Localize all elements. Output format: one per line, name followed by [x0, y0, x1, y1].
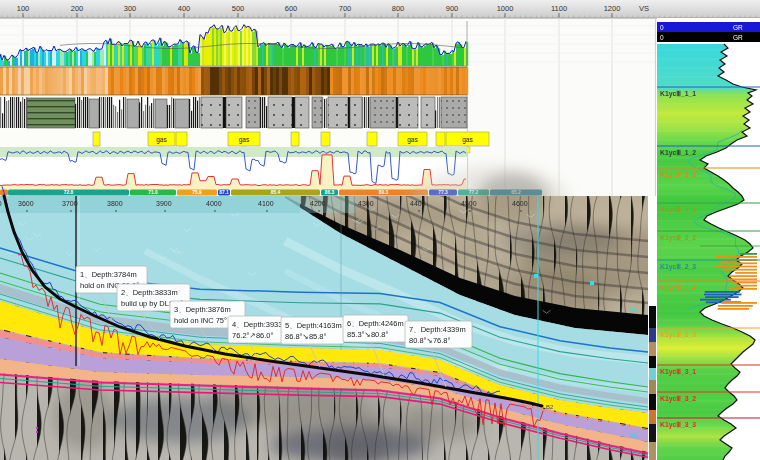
inclination-value: 71.0	[148, 190, 158, 195]
inclination-value: 86.3	[325, 190, 335, 195]
depth-label: 4200	[310, 200, 326, 207]
ruler-label: 100	[17, 4, 30, 13]
gas-label: gas	[156, 136, 167, 144]
horizon-label: K1ycⅢ_3_2	[660, 395, 696, 403]
annotation-line1: 5、Depth:4163m	[285, 321, 342, 330]
gr-depth-panel: 0 GR 0 GR K1ycⅢ_1_1K1ycⅢ_1_2K1ycⅢ_1_3K1y…	[657, 18, 760, 460]
horizon-label: K1ycⅢ_2_4	[660, 284, 696, 292]
ruler-label: 1200	[604, 4, 621, 13]
depth-label: 3800	[107, 200, 123, 207]
ruler-label: 600	[285, 4, 298, 13]
inclination-value: 80.3	[379, 190, 389, 195]
edge-strip	[648, 196, 657, 460]
well-end-label: B2	[546, 404, 554, 410]
annotation-line1: 4、Depth:3933m	[232, 320, 289, 329]
panel-header-blue-title: GR	[733, 24, 743, 31]
annotation-line1: 7、Depth:4339m	[409, 325, 466, 334]
vs-ruler: 100200300400500600700800900100011001200V…	[0, 0, 760, 18]
gas-box	[436, 132, 445, 146]
inclination-value: 75.9	[192, 190, 202, 195]
horizon-label: K1ycⅢ_3_1	[660, 368, 696, 376]
depth-label: 4500	[461, 200, 477, 207]
ruler-label: 200	[71, 4, 84, 13]
inclination-value: 85.4	[271, 190, 281, 195]
gas-box	[321, 132, 330, 146]
annotation-line2: hold on INC 75°	[174, 316, 227, 325]
horizon-label: K1ycⅢ_1_1	[660, 90, 696, 98]
ruler-unit-label: VS	[639, 4, 649, 13]
horizon-edge-label: K1y	[630, 307, 639, 313]
panel-header-black	[657, 32, 760, 42]
depth-label: 4100	[258, 200, 274, 207]
well-correlation-app: 100200300400500600700800900100011001200V…	[0, 0, 760, 460]
panel-header-blue	[657, 22, 760, 32]
ruler-label: 700	[339, 4, 352, 13]
horizon-label: K1ycⅢ_1_2	[660, 149, 696, 157]
horizon-label: K1ycⅢ_2_1	[660, 206, 696, 214]
depth-label: 4300	[358, 200, 374, 207]
annotation-line1: 1、Depth:3784m	[80, 270, 137, 279]
horizon-label: K1ycⅢ_3_3	[660, 421, 696, 429]
gas-box	[367, 132, 377, 146]
horizon-label: K1ycⅢ_1_3	[660, 171, 696, 179]
depth-label: 3700	[62, 200, 78, 207]
horizon-label: K1ycⅢ_2_5	[660, 331, 696, 339]
ruler-label: 500	[232, 4, 245, 13]
depth-label: 3900	[156, 200, 172, 207]
depth-label: 3500	[0, 200, 2, 207]
annotation-line1: 6、Depth:4246m	[347, 319, 404, 328]
lithology-track	[0, 96, 467, 130]
inclination-value: 87.1	[219, 190, 229, 195]
depth-label: 4400	[410, 200, 426, 207]
annotation-line1: 2、Depth:3833m	[121, 288, 178, 297]
ruler-label: 1100	[551, 4, 567, 13]
annotation-line2: 80.8°↘76.8°	[409, 336, 450, 345]
depth-label: 4000	[206, 200, 222, 207]
depth-label: 3600	[18, 200, 34, 207]
ruler-label: 400	[178, 4, 191, 13]
panel-header-blue-min: 0	[660, 24, 664, 31]
horizon-label: K1ycⅢ_2_3	[660, 263, 696, 271]
gas-box	[291, 132, 299, 146]
inclination-value: 72.8	[64, 190, 74, 195]
ruler-label: 800	[392, 4, 405, 13]
resistivity-track	[0, 147, 467, 190]
panel-header-black-min: 0	[660, 34, 664, 41]
annotation-line2: 76.2°↗86.0°	[232, 331, 273, 340]
gas-label: gas	[462, 136, 473, 144]
gas-box	[176, 132, 187, 146]
ruler-label: 300	[124, 4, 137, 13]
horizon-label: K1ycⅢ_2_2	[660, 234, 696, 242]
annotation-line2: 86.8°↘85.8°	[285, 332, 326, 341]
gas-label: gas	[407, 136, 418, 144]
panel-header-black-title: GR	[733, 34, 743, 41]
gas-label: gas	[239, 136, 250, 144]
annotation-line2: 85.3°↘80.8°	[347, 330, 388, 339]
ruler-label: 900	[446, 4, 459, 13]
gas-box	[93, 132, 100, 146]
depth-label: 4600	[512, 200, 528, 207]
annotation-line1: 3、Depth:3876m	[174, 305, 231, 314]
horizon-edge-label: K1y	[630, 433, 639, 439]
ruler-label: 1000	[497, 4, 514, 13]
image-log-track	[0, 67, 468, 95]
